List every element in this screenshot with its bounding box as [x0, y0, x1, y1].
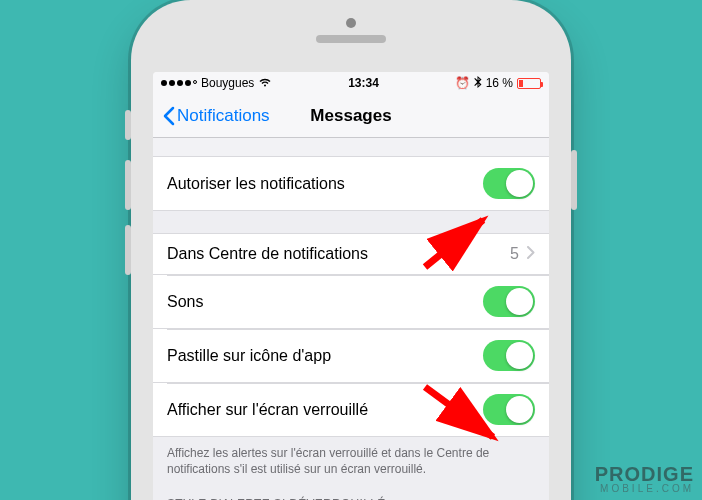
row-label: Autoriser les notifications: [167, 175, 483, 193]
row-badge-app-icon[interactable]: Pastille sur icône d'app: [153, 329, 549, 383]
row-label: Dans Centre de notifications: [167, 245, 510, 263]
battery-icon: [517, 78, 541, 89]
mute-switch: [125, 110, 131, 140]
row-label: Pastille sur icône d'app: [167, 347, 483, 365]
status-bar: Bouygues 13:34 ⏰ 16 %: [153, 72, 549, 94]
row-allow-notifications[interactable]: Autoriser les notifications: [153, 156, 549, 211]
chevron-right-icon: [527, 245, 535, 263]
volume-up-button: [125, 160, 131, 210]
toggle-lockscreen[interactable]: [483, 394, 535, 425]
bluetooth-icon: [474, 76, 482, 91]
screen: Bouygues 13:34 ⏰ 16 % Notifications Mess…: [153, 72, 549, 500]
front-camera: [346, 18, 356, 28]
power-button: [571, 150, 577, 210]
notification-center-count: 5: [510, 245, 519, 263]
row-show-on-lock-screen[interactable]: Afficher sur l'écran verrouillé: [153, 383, 549, 437]
nav-bar: Notifications Messages: [153, 94, 549, 138]
toggle-badge[interactable]: [483, 340, 535, 371]
section-footer: Affichez les alertes sur l'écran verroui…: [153, 437, 549, 479]
watermark: PRODIGE MOBILE.COM: [595, 463, 694, 494]
signal-strength-icon: [161, 80, 197, 86]
section-header-alert-style: STYLE D'ALERTE SI DÉVERROUILLÉ: [153, 479, 549, 500]
earpiece-speaker: [316, 35, 386, 43]
battery-percentage: 16 %: [486, 76, 513, 90]
chevron-left-icon: [161, 106, 175, 126]
toggle-sounds[interactable]: [483, 286, 535, 317]
alarm-icon: ⏰: [455, 76, 470, 90]
phone-frame: Bouygues 13:34 ⏰ 16 % Notifications Mess…: [131, 0, 571, 500]
volume-down-button: [125, 225, 131, 275]
row-label: Sons: [167, 293, 483, 311]
row-label: Afficher sur l'écran verrouillé: [167, 401, 483, 419]
settings-content: Autoriser les notifications Dans Centre …: [153, 156, 549, 500]
wifi-icon: [258, 76, 272, 90]
row-notification-center[interactable]: Dans Centre de notifications 5: [153, 233, 549, 275]
row-sounds[interactable]: Sons: [153, 275, 549, 329]
back-label: Notifications: [177, 106, 270, 126]
carrier-label: Bouygues: [201, 76, 254, 90]
watermark-line2: MOBILE.COM: [595, 483, 694, 494]
toggle-allow-notifications[interactable]: [483, 168, 535, 199]
back-button[interactable]: Notifications: [161, 106, 270, 126]
status-time: 13:34: [348, 76, 379, 90]
